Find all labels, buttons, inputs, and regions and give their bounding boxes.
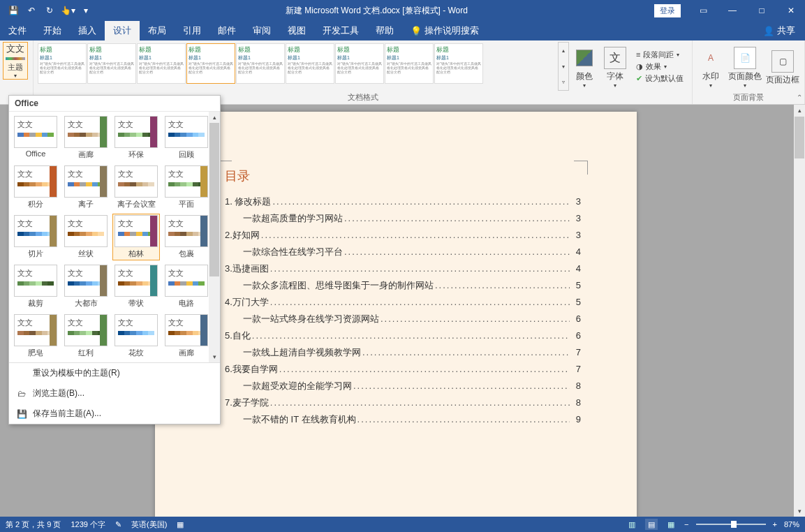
tab-mailings[interactable]: 邮件 [209,21,244,40]
toc-entry[interactable]: 一款超受欢迎的全能学习网8 [225,380,581,392]
collapse-ribbon-button[interactable]: ⌃ [797,94,802,101]
tab-design[interactable]: 设计 [105,21,140,40]
zoom-slider-knob[interactable] [731,521,737,528]
panel-scrollbar[interactable]: ▴ ▾ [209,112,220,362]
theme-option[interactable]: 文文红利 [62,313,110,360]
close-button[interactable]: ✕ [777,1,805,20]
tab-layout[interactable]: 布局 [140,21,175,40]
docfmt-style-item[interactable]: 标题标题1对"镜头"库中的可选工具做风格化处理及格式化感觉风格配合文档 [385,43,434,84]
toc-entry[interactable]: 1. 修改标题3 [225,195,581,208]
zoom-in-button[interactable]: + [773,520,777,529]
tab-references[interactable]: 引用 [175,21,209,40]
docfmt-style-item[interactable]: 标题标题1对"镜头"库中的可选工具做风格化处理及格式化感觉风格配合文档 [87,43,136,84]
theme-option[interactable]: 文文肥皂 [12,313,59,360]
scroll-down-button[interactable]: ▾ [794,505,805,517]
theme-option[interactable]: 文文环保 [112,114,160,161]
document-formatting-gallery[interactable]: 标题标题1对"镜头"库中的可选工具做风格化处理及格式化感觉风格配合文档标题标题1… [36,42,558,91]
theme-option[interactable]: 文文离子 [62,164,110,211]
fonts-button[interactable]: 文 字体 ▾ [600,42,630,91]
share-button[interactable]: 👤 共享 [753,21,805,40]
theme-option[interactable]: 文文切片 [12,214,59,260]
gallery-up-button[interactable]: ▴ [559,43,568,59]
toc-entry[interactable]: 一款超高质量的学习网站3 [225,212,581,225]
ribbon-display-options-icon[interactable]: ▭ [689,1,717,20]
page-indicator[interactable]: 第 2 页，共 9 页 [6,519,61,530]
save-icon[interactable]: 💾 [6,3,21,18]
gallery-more-button[interactable]: ▿ [559,74,568,90]
reset-theme-menu-item[interactable]: 重设为模板中的主题(R) [9,363,220,383]
theme-option[interactable]: 文文电路 [163,263,210,310]
docfmt-style-item[interactable]: 标题标题1对"镜头"库中的可选工具做风格化处理及格式化感觉风格配合文档 [335,43,384,84]
docfmt-style-item[interactable]: 标题标题1对"镜头"库中的可选工具做风格化处理及格式化感觉风格配合文档 [434,43,483,84]
scrollbar-thumb[interactable] [795,117,804,158]
theme-option[interactable]: 文文大都市 [62,263,110,310]
tab-review[interactable]: 审阅 [244,21,279,40]
set-as-default-button[interactable]: ✔设为默认值 [633,73,686,84]
web-layout-button[interactable]: ▦ [665,519,677,530]
docfmt-style-item[interactable]: 标题标题1对"镜头"库中的可选工具做风格化处理及格式化感觉风格配合文档 [38,43,87,84]
toc-entry[interactable]: 一款一站式终身在线学习资源网站6 [225,313,581,325]
colors-button[interactable]: 颜色 ▾ [569,42,600,91]
tell-me-search[interactable]: 💡 操作说明搜索 [402,21,487,40]
toc-entry[interactable]: 5.自化6 [225,330,581,342]
scroll-up-button[interactable]: ▴ [209,112,220,123]
toc-entry[interactable]: 3.迅捷画图4 [225,263,581,275]
theme-option[interactable]: 文文Office [12,114,59,161]
redo-icon[interactable]: ↻ [42,3,57,18]
themes-button[interactable]: 文文 主题 ▾ [3,42,28,80]
gallery-down-button[interactable]: ▾ [559,59,568,75]
scroll-down-button[interactable]: ▾ [209,351,220,362]
theme-option[interactable]: 文文包裹 [163,214,210,260]
login-button[interactable]: 登录 [654,4,681,17]
vertical-scrollbar[interactable]: ▴ ▾ [794,105,805,517]
toc-entry[interactable]: 6.我要自学网7 [225,363,581,376]
effects-button[interactable]: ◑效果▾ [633,61,686,73]
tab-view[interactable]: 视图 [279,21,314,40]
toc-entry[interactable]: 7.麦子学院8 [225,397,581,409]
tab-developer[interactable]: 开发工具 [314,21,367,40]
theme-option[interactable]: 文文画廊 [163,313,210,360]
toc-entry[interactable]: 一款不错的 IT 在线教育机构9 [225,413,581,426]
paragraph-spacing-button[interactable]: ≡段落间距▾ [633,49,686,61]
word-count[interactable]: 1239 个字 [71,519,105,530]
maximize-button[interactable]: □ [748,1,776,20]
tab-file[interactable]: 文件 [0,21,35,40]
toc-entry[interactable]: 一款线上超清自学视频教学网7 [225,346,581,359]
scroll-up-button[interactable]: ▴ [794,105,805,116]
theme-option[interactable]: 文文积分 [12,164,59,211]
zoom-level[interactable]: 87% [784,520,799,529]
page-color-button[interactable]: 📄 页面颜色 ▾ [726,42,764,91]
touch-mode-icon[interactable]: 👆▾ [60,3,75,18]
undo-icon[interactable]: ↶ [24,3,39,18]
theme-option[interactable]: 文文丝状 [62,214,110,260]
toc-entry[interactable]: 一款综合性在线学习平台4 [225,246,581,258]
print-layout-button[interactable]: ▤ [645,519,658,530]
theme-option[interactable]: 文文柏林 [112,214,160,260]
read-mode-button[interactable]: ▥ [626,519,638,530]
theme-option[interactable]: 文文离子会议室 [112,164,160,211]
theme-option[interactable]: 文文画廊 [62,114,110,161]
docfmt-style-item[interactable]: 标题标题1对"镜头"库中的可选工具做风格化处理及格式化感觉风格配合文档 [137,43,186,84]
browse-themes-menu-item[interactable]: 🗁 浏览主题(B)... [9,383,220,404]
theme-option[interactable]: 文文裁剪 [12,263,59,310]
language-indicator[interactable]: 英语(美国) [131,519,167,530]
scrollbar-thumb[interactable] [209,123,219,276]
save-theme-menu-item[interactable]: 💾 保存当前主题(A)... [9,404,220,424]
toc-entry[interactable]: 2.好知网3 [225,229,581,242]
zoom-slider[interactable] [696,524,766,525]
tab-insert[interactable]: 插入 [70,21,105,40]
spellcheck-icon[interactable]: ✎ [115,520,121,529]
docfmt-style-item[interactable]: 标题标题1对"镜头"库中的可选工具做风格化处理及格式化感觉风格配合文档 [236,43,285,84]
toc-entry[interactable]: 4.万门大学5 [225,296,581,309]
tab-help[interactable]: 帮助 [367,21,402,40]
tab-home[interactable]: 开始 [35,21,70,40]
macro-icon[interactable]: ▦ [177,520,184,529]
docfmt-style-item[interactable]: 标题标题1对"镜头"库中的可选工具做风格化处理及格式化感觉风格配合文档 [186,43,235,84]
document-page[interactable]: 目录 1. 修改标题3一款超高质量的学习网站32.好知网3一款综合性在线学习平台… [155,112,637,517]
zoom-out-button[interactable]: − [684,520,688,529]
theme-option[interactable]: 文文带状 [112,263,160,310]
theme-option[interactable]: 文文花纹 [112,313,160,360]
toc-entry[interactable]: 一款众多流程图、思维导图集于一身的制作网站5 [225,279,581,292]
watermark-button[interactable]: A 水印 ▾ [695,42,726,91]
theme-option[interactable]: 文文回顾 [163,114,210,161]
